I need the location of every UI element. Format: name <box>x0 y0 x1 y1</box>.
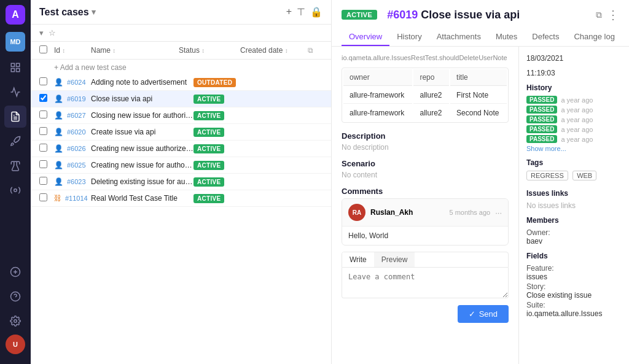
table-row[interactable]: 👤 #6027 Closing new issue for authorized… <box>31 107 331 124</box>
test-status: OUTDATED <box>193 77 255 87</box>
detail-header: ACTIVE #6019 Close issue via api ⧉ ⋮ Ove… <box>332 0 629 47</box>
row-checkbox[interactable] <box>39 77 47 85</box>
svg-rect-3 <box>17 69 20 72</box>
more-menu-icon[interactable]: ⋮ <box>607 7 619 22</box>
tags-container: REGRESS WEB <box>526 171 622 183</box>
send-button[interactable]: ✓ Send <box>458 305 509 323</box>
col-name-header: Name ↕ <box>91 46 179 55</box>
test-person-icon: 👤 <box>54 78 63 87</box>
tab-mutes[interactable]: Mutes <box>488 28 525 46</box>
issues-section-title: Issues links <box>526 189 622 198</box>
tab-history[interactable]: History <box>389 28 429 46</box>
table-row[interactable]: 👤 #6025 Creating new issue for authorize… <box>31 157 331 174</box>
col-title-header: title <box>450 69 507 86</box>
row-checkbox[interactable] <box>39 144 47 152</box>
user-avatar[interactable]: U <box>6 335 25 354</box>
history-item: PASSED a year ago <box>526 96 622 104</box>
detail-tabs: Overview History Attachments Mutes Defec… <box>342 28 619 46</box>
add-test-case-row[interactable]: + Add a new test case <box>31 60 331 74</box>
col-id-header: Id ↕ <box>54 46 91 55</box>
detail-title: #6019 Close issue via api <box>387 9 591 21</box>
comment-author-name: Ruslan_Akh <box>370 208 445 217</box>
row-checkbox[interactable] <box>39 160 47 168</box>
history-time: a year ago <box>561 126 593 133</box>
test-person-icon: 👤 <box>54 95 63 103</box>
table-row[interactable]: 👤 #6019 Close issue via api ACTIVE <box>31 91 331 107</box>
row-checkbox[interactable] <box>39 110 47 118</box>
nav-chart-icon[interactable] <box>4 81 26 103</box>
comment-author-avatar: RA <box>348 204 365 221</box>
table-row: allure-framework allure2 First Note <box>343 87 507 104</box>
feature-label: Feature: <box>526 264 622 273</box>
nav-avatar[interactable]: MD <box>6 32 25 52</box>
svg-point-6 <box>14 189 17 192</box>
table-header: Id ↕ Name ↕ Status ↕ Created date ↕ ⧉ <box>31 42 331 60</box>
history-item: PASSED a year ago <box>526 106 622 114</box>
panel-title: Test cases ▾ <box>39 7 96 18</box>
feature-value: issues <box>526 273 622 281</box>
test-person-icon: 👤 <box>54 128 63 136</box>
status-badge: ACTIVE <box>342 10 377 20</box>
nav-gear-icon[interactable] <box>4 310 26 332</box>
nav-beaker-icon[interactable] <box>4 155 26 177</box>
tab-preview[interactable]: Preview <box>374 252 415 267</box>
comments-section-title: Comments <box>342 187 509 196</box>
comment-body: Hello, World <box>342 227 508 245</box>
col-status-header: Status ↕ <box>179 46 240 55</box>
nav-help-icon[interactable] <box>4 285 26 308</box>
history-item: PASSED a year ago <box>526 135 622 143</box>
test-id: #6023 <box>67 178 86 185</box>
history-time: a year ago <box>561 106 593 114</box>
panel-header-actions: + ⊤ 🔒 <box>286 6 322 18</box>
issues-empty: No issues links <box>526 201 622 210</box>
lock-icon[interactable]: 🔒 <box>310 6 322 18</box>
comment-box: RA Ruslan_Akh 5 months ago ··· Hello, Wo… <box>342 198 509 246</box>
test-status: ACTIVE <box>193 127 255 137</box>
nav-plus-icon[interactable] <box>4 261 26 283</box>
table-row[interactable]: 👤 #6026 Creating new issue authorized us… <box>31 141 331 157</box>
star-icon[interactable]: ☆ <box>49 28 56 37</box>
tab-attachments[interactable]: Attachments <box>429 28 488 46</box>
detail-content: io.qameta.allure.IssuesRestTest.shouldDe… <box>332 47 629 364</box>
row-checkbox[interactable] <box>39 177 47 185</box>
collapse-icon[interactable]: ▾ <box>39 28 44 37</box>
row-checkbox[interactable] <box>39 193 47 201</box>
add-icon[interactable]: + <box>286 6 292 18</box>
tag-item: REGRESS <box>526 171 568 180</box>
tab-overview[interactable]: Overview <box>342 28 389 46</box>
owner-value: allure-framework <box>343 87 412 104</box>
nav-rocket-icon[interactable] <box>4 130 26 152</box>
detail-title-text: Close issue via api <box>421 9 520 21</box>
row-checkbox[interactable] <box>39 94 47 102</box>
send-label: Send <box>479 309 498 319</box>
fields-section-title: Fields <box>526 252 622 260</box>
comment-more-icon[interactable]: ··· <box>495 208 502 217</box>
tab-changelog[interactable]: Change log <box>566 28 622 46</box>
table-row[interactable]: 👤 #6024 Adding note to advertisement OUT… <box>31 74 331 91</box>
test-status: ACTIVE <box>193 110 255 120</box>
table-row[interactable]: 👤 #6020 Create issue via api ACTIVE <box>31 124 331 141</box>
chevron-down-icon[interactable]: ▾ <box>92 7 96 17</box>
nav-testcases-icon[interactable] <box>4 106 26 128</box>
filter-icon[interactable]: ⊤ <box>297 6 305 18</box>
comment-time: 5 months ago <box>450 209 491 216</box>
comment-input[interactable] <box>342 268 509 298</box>
copy-icon[interactable]: ⧉ <box>308 46 313 55</box>
nav-dashboard-icon[interactable] <box>4 56 26 79</box>
table-row: allure-framework allure2 Second Note <box>343 105 507 121</box>
suite-value: io.qameta.allure.Issues <box>526 309 622 318</box>
table-row[interactable]: ⛓ #11014 Real World Test Case Title ACTI… <box>31 190 331 207</box>
story-value: Close existing issue <box>526 291 622 300</box>
tab-defects[interactable]: Defects <box>525 28 566 46</box>
table-row[interactable]: 👤 #6023 Deleting existing issue for auth… <box>31 174 331 190</box>
test-status: ACTIVE <box>193 177 255 187</box>
row-checkbox[interactable] <box>39 127 47 135</box>
comment-header: RA Ruslan_Akh 5 months ago ··· <box>342 199 508 227</box>
tab-write[interactable]: Write <box>342 252 374 267</box>
col-owner-header: owner <box>343 69 412 86</box>
sidebar-date: 18/03/2021 <box>526 54 622 63</box>
nav-settings2-icon[interactable] <box>4 179 26 201</box>
copy-link-icon[interactable]: ⧉ <box>596 10 602 20</box>
show-more-link[interactable]: Show more... <box>526 145 622 152</box>
select-all-checkbox[interactable] <box>39 45 47 53</box>
